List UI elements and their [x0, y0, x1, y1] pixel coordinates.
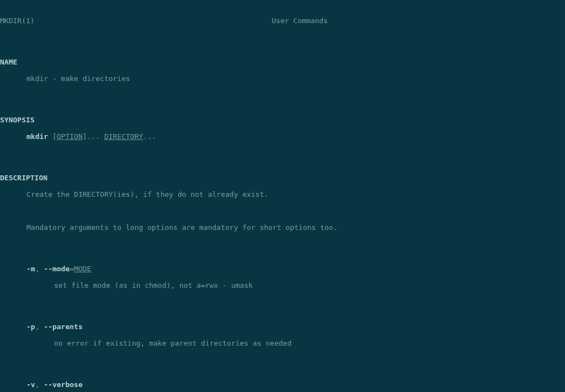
- name-text: mkdir - make directories: [0, 74, 565, 83]
- option-parents-desc: no error if existing, make parent direct…: [0, 339, 565, 347]
- header-center: User Commands: [35, 17, 565, 25]
- synopsis-line: mkdir [OPTION]... DIRECTORY...: [0, 132, 565, 141]
- description-p1: Create the DIRECTORY(ies), if they do no…: [0, 190, 565, 198]
- section-name-heading: NAME: [0, 58, 565, 66]
- option-parents: -p, --parents: [0, 323, 565, 331]
- option-mode: -m, --mode=MODE: [0, 265, 565, 273]
- synopsis-directory: DIRECTORY: [104, 132, 143, 141]
- header-left: MKDIR(1): [0, 17, 35, 25]
- synopsis-option: OPTION: [57, 132, 83, 141]
- option-verbose: -v, --verbose: [0, 380, 565, 389]
- section-description-heading: DESCRIPTION: [0, 174, 565, 182]
- man-page[interactable]: MKDIR(1) User Commands NAME mkdir - make…: [0, 0, 565, 392]
- description-p2: Mandatory arguments to long options are …: [0, 223, 565, 232]
- option-mode-desc: set file mode (as in chmod), not a=rwx -…: [0, 281, 565, 289]
- man-header: MKDIR(1) User Commands: [0, 17, 565, 25]
- section-synopsis-heading: SYNOPSIS: [0, 116, 565, 124]
- synopsis-cmd: mkdir: [26, 132, 48, 141]
